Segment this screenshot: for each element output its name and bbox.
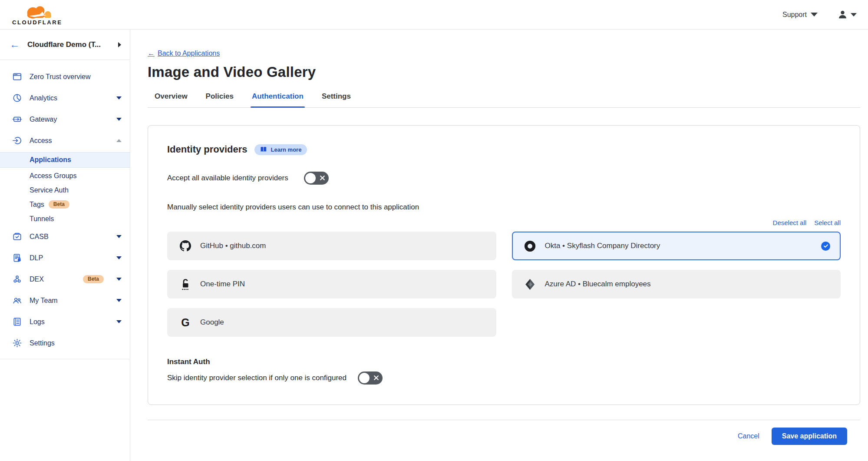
tab-settings[interactable]: Settings	[322, 92, 351, 107]
support-menu[interactable]: Support	[782, 11, 818, 19]
provider-grid: GitHub • github.com Okta • Skyflash Comp…	[167, 232, 841, 337]
document-lock-icon	[12, 253, 22, 263]
tab-authentication[interactable]: Authentication	[252, 92, 304, 107]
github-icon	[179, 240, 191, 252]
page-title: Image and Video Gallery	[148, 64, 860, 80]
sidebar-item-label: DLP	[30, 254, 109, 262]
sidebar-item-gateway[interactable]: Gateway	[0, 109, 130, 130]
provider-name: GitHub • github.com	[200, 242, 266, 250]
learn-more-label: Learn more	[271, 146, 302, 153]
cancel-button[interactable]: Cancel	[738, 432, 759, 440]
provider-tile-github[interactable]: GitHub • github.com	[167, 232, 496, 260]
sidebar-item-label: Zero Trust overview	[30, 73, 122, 81]
footer-actions: Cancel Save application	[148, 428, 860, 445]
accept-all-toggle[interactable]	[304, 172, 329, 185]
instant-auth-row: Skip identity provider selection if only…	[167, 371, 841, 385]
sidebar-item-label: CASB	[30, 233, 109, 241]
chevron-down-icon	[811, 13, 818, 17]
access-login-icon	[12, 136, 22, 146]
sidebar-item-label: Logs	[30, 318, 109, 326]
sidebar-subitem-label: Applications	[30, 156, 71, 164]
selected-check-icon	[821, 242, 830, 251]
tab-overview[interactable]: Overview	[155, 92, 188, 107]
people-icon	[12, 295, 22, 305]
sidebar-item-dex[interactable]: DEX Beta	[0, 269, 130, 290]
chevron-down-icon	[116, 96, 122, 99]
toggle-knob	[305, 173, 316, 183]
gateway-icon	[12, 114, 22, 124]
sidebar-item-dlp[interactable]: DLP	[0, 247, 130, 269]
sidebar-item-label: My Team	[30, 297, 109, 305]
beta-badge: Beta	[83, 275, 104, 283]
sidebar-divider	[0, 359, 130, 359]
provider-name: Azure AD • Bluecalm employees	[545, 280, 651, 289]
chevron-down-icon	[851, 13, 857, 17]
sidebar-item-label: Gateway	[30, 116, 109, 123]
sidebar-item-my-team[interactable]: My Team	[0, 290, 130, 311]
sidebar-item-applications[interactable]: Applications	[0, 152, 130, 168]
provider-tile-google[interactable]: G Google	[167, 308, 496, 337]
account-name: Cloudflare Demo (T...	[27, 40, 110, 49]
main-content: ← Back to Applications Image and Video G…	[130, 30, 868, 461]
chevron-right-icon	[118, 42, 121, 47]
sidebar-item-tags[interactable]: Tags Beta	[0, 197, 130, 212]
book-icon	[260, 146, 267, 153]
chevron-down-icon	[116, 235, 122, 238]
provider-tile-azure-ad[interactable]: Azure AD • Bluecalm employees	[512, 270, 841, 298]
provider-tile-okta[interactable]: Okta • Skyflash Company Directory	[512, 232, 841, 260]
sidebar-item-label: Access	[30, 137, 109, 145]
arrow-left-icon[interactable]: ←	[10, 40, 20, 50]
user-icon	[838, 10, 848, 20]
sidebar-item-access[interactable]: Access	[0, 130, 130, 151]
select-all-link[interactable]: Select all	[814, 219, 841, 226]
footer-divider	[148, 420, 860, 420]
card-title: Identity providers	[167, 144, 248, 155]
cloudflare-cloud-icon	[18, 4, 56, 20]
save-application-button[interactable]: Save application	[772, 428, 847, 445]
account-menu[interactable]	[838, 10, 857, 20]
pie-chart-icon	[12, 93, 22, 103]
deselect-all-link[interactable]: Deselect all	[773, 219, 807, 226]
identity-providers-card: Identity providers Learn more Accept all…	[148, 125, 860, 405]
provider-tile-one-time-pin[interactable]: One-time PIN	[167, 270, 496, 298]
sidebar-item-settings[interactable]: Settings	[0, 332, 130, 354]
bulk-select-links: Deselect all Select all	[167, 219, 841, 226]
learn-more-badge[interactable]: Learn more	[254, 144, 307, 155]
sidebar-item-tunnels[interactable]: Tunnels	[0, 212, 130, 226]
accept-all-label: Accept all available identity providers	[167, 174, 288, 182]
sidebar-item-logs[interactable]: Logs	[0, 311, 130, 332]
azure-ad-icon	[524, 279, 536, 290]
browser-window-icon	[12, 72, 22, 82]
instant-auth-label: Skip identity provider selection if only…	[167, 374, 347, 382]
toggle-knob	[359, 373, 370, 383]
sidebar-item-service-auth[interactable]: Service Auth	[0, 183, 130, 197]
sidebar-item-zero-trust-overview[interactable]: Zero Trust overview	[0, 66, 130, 87]
top-bar: CLOUDFLARE Support	[0, 0, 868, 30]
sidebar-subitem-label: Access Groups	[30, 172, 76, 180]
arrow-left-icon: ←	[148, 50, 155, 57]
sidebar-subitem-label: Tunnels	[30, 215, 54, 223]
chevron-down-icon	[116, 320, 122, 323]
log-list-icon	[12, 317, 22, 327]
chevron-up-icon	[116, 139, 122, 142]
sidebar-item-analytics[interactable]: Analytics	[0, 87, 130, 109]
network-cluster-icon	[12, 274, 22, 284]
tab-policies[interactable]: Policies	[206, 92, 234, 107]
sidebar-item-access-groups[interactable]: Access Groups	[0, 169, 130, 183]
chevron-down-icon	[116, 118, 122, 121]
gear-icon	[12, 338, 22, 348]
x-icon	[373, 375, 379, 381]
accept-all-row: Accept all available identity providers	[167, 172, 841, 185]
sidebar-subitem-label: Tags	[30, 201, 44, 209]
okta-icon	[524, 240, 536, 252]
account-switcher[interactable]: ← Cloudflare Demo (T...	[0, 30, 130, 60]
back-to-applications-link[interactable]: ← Back to Applications	[148, 50, 220, 57]
card-header: Identity providers Learn more	[167, 144, 841, 155]
instant-auth-toggle[interactable]	[358, 371, 383, 385]
casb-box-check-icon	[12, 232, 22, 242]
brand-wordmark: CLOUDFLARE	[12, 19, 63, 26]
cloudflare-logo[interactable]: CLOUDFLARE	[12, 4, 63, 26]
sidebar-item-casb[interactable]: CASB	[0, 226, 130, 247]
beta-badge: Beta	[49, 200, 69, 209]
sidebar-item-label: DEX	[30, 275, 71, 283]
